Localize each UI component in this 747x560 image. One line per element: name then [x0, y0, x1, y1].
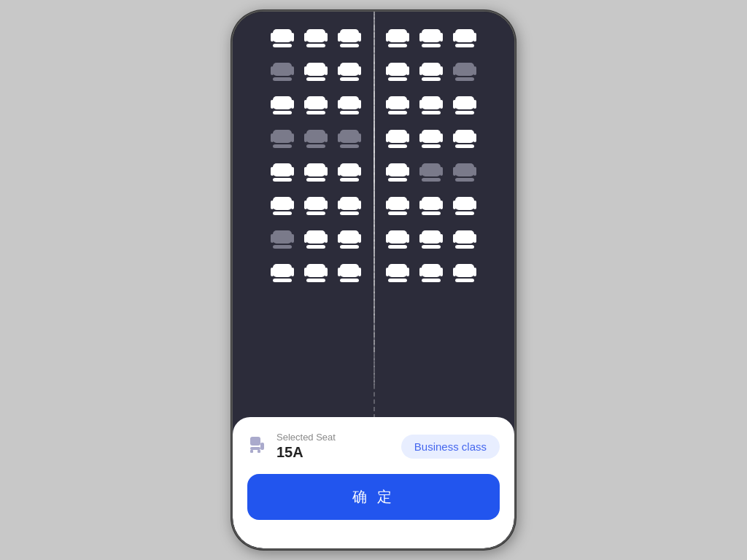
seat[interactable] [268, 25, 296, 51]
svg-rect-173 [306, 279, 325, 282]
seat[interactable] [451, 226, 479, 252]
seat[interactable] [268, 226, 296, 252]
seat[interactable] [451, 25, 479, 51]
svg-rect-81 [340, 144, 359, 148]
svg-rect-174 [304, 268, 307, 276]
seat[interactable] [268, 92, 296, 118]
seat[interactable] [336, 58, 363, 85]
seat[interactable] [336, 159, 363, 185]
seat[interactable] [384, 58, 411, 85]
seat[interactable] [384, 159, 411, 185]
svg-rect-156 [388, 230, 407, 244]
svg-rect-153 [340, 245, 359, 249]
seat-map-area [233, 12, 514, 417]
svg-rect-194 [260, 443, 264, 450]
seat[interactable] [451, 192, 479, 219]
seat[interactable] [336, 125, 363, 152]
svg-rect-49 [273, 111, 292, 114]
seat[interactable] [268, 260, 296, 286]
seat[interactable] [384, 192, 411, 219]
svg-rect-11 [358, 33, 361, 42]
svg-rect-57 [340, 111, 359, 114]
seat[interactable] [302, 159, 330, 185]
svg-rect-107 [358, 167, 361, 176]
seat[interactable] [417, 226, 445, 252]
svg-rect-69 [455, 111, 474, 114]
svg-rect-139 [440, 201, 443, 209]
svg-rect-152 [340, 230, 359, 244]
svg-rect-191 [473, 268, 476, 276]
svg-rect-32 [340, 63, 359, 76]
svg-rect-181 [388, 279, 407, 282]
svg-rect-7 [325, 33, 328, 42]
svg-rect-166 [453, 234, 456, 243]
svg-rect-95 [473, 133, 476, 142]
svg-rect-23 [473, 33, 476, 42]
seat[interactable] [384, 25, 411, 51]
seat[interactable] [336, 92, 363, 118]
seat[interactable] [417, 58, 445, 85]
seat[interactable] [268, 192, 296, 219]
seat[interactable] [268, 58, 296, 85]
seat[interactable] [268, 125, 296, 152]
svg-rect-45 [455, 77, 474, 81]
class-badge[interactable]: Business class [401, 435, 500, 459]
seat[interactable] [336, 260, 363, 286]
svg-rect-55 [325, 100, 328, 109]
seat[interactable] [302, 226, 330, 252]
seat-row [247, 260, 500, 286]
svg-rect-127 [325, 201, 328, 209]
svg-rect-80 [340, 130, 359, 143]
seat[interactable] [451, 58, 479, 85]
seat-group-right [384, 92, 479, 118]
svg-rect-44 [455, 63, 474, 76]
seat[interactable] [268, 159, 296, 185]
seat[interactable] [336, 192, 363, 219]
seat[interactable] [302, 260, 330, 286]
svg-rect-111 [406, 167, 409, 176]
svg-rect-82 [338, 133, 341, 142]
seat[interactable] [302, 192, 330, 219]
svg-rect-52 [306, 96, 325, 109]
svg-rect-182 [386, 268, 389, 276]
seat[interactable] [417, 260, 445, 286]
seat[interactable] [417, 25, 445, 51]
svg-rect-112 [422, 163, 441, 176]
svg-rect-148 [306, 230, 325, 244]
seat[interactable] [336, 25, 363, 51]
seat[interactable] [384, 92, 411, 118]
seat[interactable] [302, 92, 330, 118]
seat[interactable] [417, 192, 445, 219]
seat[interactable] [451, 159, 479, 185]
confirm-button[interactable]: 确 定 [247, 474, 500, 520]
seat[interactable] [417, 125, 445, 152]
seat[interactable] [451, 260, 479, 286]
seat[interactable] [384, 260, 411, 286]
svg-rect-25 [273, 77, 292, 81]
svg-rect-123 [291, 201, 294, 209]
svg-rect-1 [273, 44, 292, 47]
seat[interactable] [336, 226, 363, 252]
seat[interactable] [302, 58, 330, 85]
seat[interactable] [384, 125, 411, 152]
seat[interactable] [384, 226, 411, 252]
svg-rect-96 [273, 163, 292, 176]
svg-rect-91 [440, 133, 443, 142]
svg-rect-146 [271, 234, 274, 243]
svg-rect-9 [340, 44, 359, 47]
seat[interactable] [417, 92, 445, 118]
svg-rect-125 [306, 211, 325, 215]
seat-group-left [268, 92, 363, 118]
svg-rect-19 [440, 33, 443, 42]
seat-group-left [268, 58, 363, 85]
svg-rect-118 [453, 167, 456, 176]
seat[interactable] [302, 125, 330, 152]
seat[interactable] [302, 25, 330, 51]
seat-group-left [268, 159, 363, 185]
svg-rect-39 [406, 66, 409, 75]
svg-rect-158 [386, 234, 389, 243]
svg-rect-147 [291, 234, 294, 243]
seat[interactable] [451, 125, 479, 152]
seat[interactable] [417, 159, 445, 185]
seat[interactable] [451, 92, 479, 118]
